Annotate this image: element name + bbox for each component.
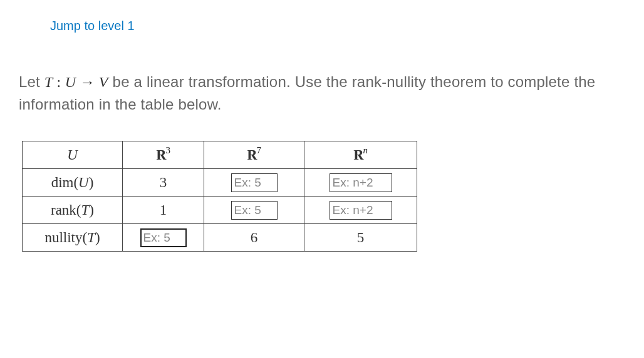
value-nullity-rn: 5 <box>357 230 365 245</box>
input-nullity-r3[interactable]: Ex: 5 <box>140 228 187 247</box>
arrow-icon: → <box>76 74 99 90</box>
exp-7: 7 <box>256 145 261 155</box>
table-row-rank: rank(T) 1 Ex: 5 Ex: n+2 <box>23 197 417 224</box>
input-rank-rn[interactable]: Ex: n+2 <box>330 201 392 220</box>
var-U: U <box>65 74 76 90</box>
arg-T: T <box>81 202 90 218</box>
table-row-header: U R3 R7 Rn <box>23 141 417 169</box>
value-nullity-r7: 6 <box>251 230 258 245</box>
problem-statement: Let T : U → V be a linear transformation… <box>19 71 625 116</box>
var-T: T <box>44 74 53 90</box>
jump-to-level-link[interactable]: Jump to level 1 <box>50 19 625 33</box>
header-U: U <box>67 147 78 163</box>
label-dim: dim <box>51 175 74 190</box>
table-row-nullity: nullity(T) Ex: 5 6 5 <box>23 224 417 252</box>
value-dim-r3: 3 <box>160 175 167 190</box>
input-rank-r7[interactable]: Ex: 5 <box>231 201 278 220</box>
value-rank-r3: 1 <box>160 202 167 218</box>
table-row-dim: dim(U) 3 Ex: 5 Ex: n+2 <box>23 169 417 197</box>
exp-n: n <box>363 145 367 155</box>
real-symbol: R <box>353 147 363 163</box>
colon: : <box>53 74 65 90</box>
label-rank: rank <box>51 202 76 218</box>
real-symbol: R <box>247 147 256 163</box>
real-symbol: R <box>156 147 165 163</box>
arg-T: T <box>87 230 95 245</box>
rank-nullity-table: U R3 R7 Rn dim(U) 3 Ex: 5 Ex: n+2 rank(T… <box>22 141 417 252</box>
input-dim-r7[interactable]: Ex: 5 <box>231 173 278 192</box>
label-nullity: nullity <box>44 230 82 245</box>
arg-U: U <box>78 175 89 190</box>
input-dim-rn[interactable]: Ex: n+2 <box>330 173 392 192</box>
text-prefix: Let <box>19 73 44 90</box>
exp-3: 3 <box>165 145 170 155</box>
var-V: V <box>99 74 108 90</box>
